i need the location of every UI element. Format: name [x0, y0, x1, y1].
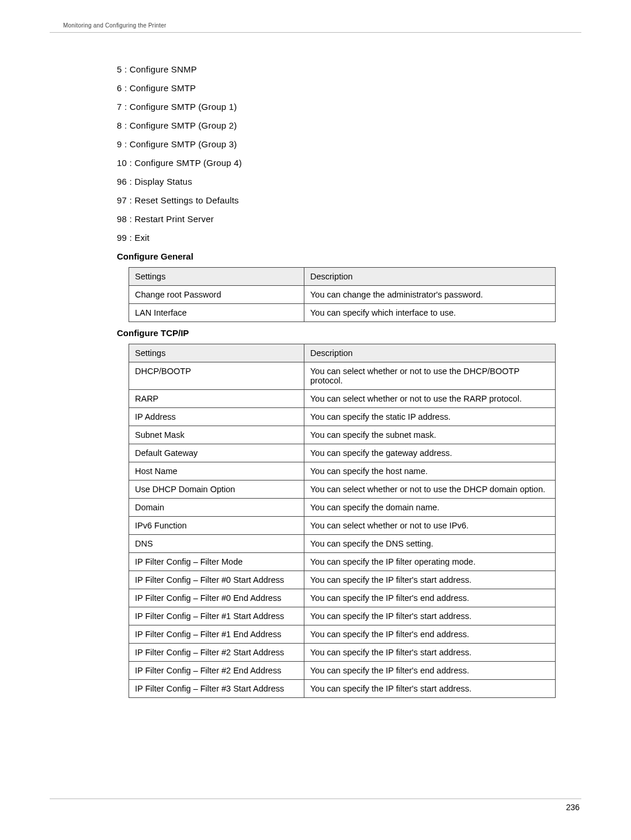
cell-description: You can specify the IP filter's start ad…	[304, 571, 556, 589]
cell-description: You can change the administrator's passw…	[304, 286, 556, 304]
cell-setting: Host Name	[129, 462, 304, 481]
table-header-row: Settings Description	[129, 344, 556, 362]
cell-description: You can select whether or not to use the…	[304, 390, 556, 408]
cell-description: You can specify the IP filter's end addr…	[304, 625, 556, 644]
cell-description: You can specify the static IP address.	[304, 408, 556, 426]
cell-setting: LAN Interface	[129, 304, 304, 322]
cell-setting: Subnet Mask	[129, 426, 304, 444]
table-row: Subnet MaskYou can specify the subnet ma…	[129, 426, 556, 444]
cell-description: You can select whether or not to use IPv…	[304, 517, 556, 535]
menu-item: 97 : Reset Settings to Defaults	[117, 195, 561, 205]
cell-setting: DNS	[129, 535, 304, 553]
menu-item: 98 : Restart Print Server	[117, 214, 561, 224]
cell-setting: IP Address	[129, 408, 304, 426]
cell-description: You can select whether or not to use the…	[304, 481, 556, 499]
col-header-settings: Settings	[129, 268, 304, 286]
menu-list: 5 : Configure SNMP6 : Configure SMTP7 : …	[117, 64, 561, 243]
table-row: IP Filter Config – Filter #1 End Address…	[129, 625, 556, 644]
table-row: IP Filter Config – Filter #2 End Address…	[129, 662, 556, 680]
cell-setting: IP Filter Config – Filter #2 Start Addre…	[129, 644, 304, 662]
cell-setting: IP Filter Config – Filter #2 End Address	[129, 662, 304, 680]
cell-setting: IP Filter Config – Filter #1 End Address	[129, 625, 304, 644]
cell-description: You can specify the host name.	[304, 462, 556, 481]
cell-description: You can specify the IP filter's end addr…	[304, 589, 556, 607]
cell-description: You can specify the domain name.	[304, 499, 556, 517]
table-row: IP AddressYou can specify the static IP …	[129, 408, 556, 426]
cell-setting: IP Filter Config – Filter Mode	[129, 553, 304, 571]
cell-setting: IP Filter Config – Filter #1 Start Addre…	[129, 607, 304, 625]
cell-description: You can specify which interface to use.	[304, 304, 556, 322]
col-header-description: Description	[304, 268, 556, 286]
cell-setting: IPv6 Function	[129, 517, 304, 535]
cell-description: You can specify the IP filter's start ad…	[304, 644, 556, 662]
cell-setting: IP Filter Config – Filter #0 Start Addre…	[129, 571, 304, 589]
cell-setting: DHCP/BOOTP	[129, 362, 304, 390]
table-row: IP Filter Config – Filter #3 Start Addre…	[129, 680, 556, 698]
section-title-tcpip: Configure TCP/IP	[117, 328, 561, 338]
col-header-settings: Settings	[129, 344, 304, 362]
table-row: IP Filter Config – Filter #0 End Address…	[129, 589, 556, 607]
menu-item: 8 : Configure SMTP (Group 2)	[117, 120, 561, 130]
cell-description: You can specify the DNS setting.	[304, 535, 556, 553]
table-row: LAN InterfaceYou can specify which inter…	[129, 304, 556, 322]
table-row: DomainYou can specify the domain name.	[129, 499, 556, 517]
table-row: Default GatewayYou can specify the gatew…	[129, 444, 556, 462]
cell-setting: Use DHCP Domain Option	[129, 481, 304, 499]
footer-rule	[50, 798, 581, 799]
table-header-row: Settings Description	[129, 268, 556, 286]
cell-description: You can specify the IP filter's end addr…	[304, 662, 556, 680]
cell-setting: IP Filter Config – Filter #0 End Address	[129, 589, 304, 607]
cell-description: You can specify the gateway address.	[304, 444, 556, 462]
menu-item: 7 : Configure SMTP (Group 1)	[117, 102, 561, 112]
menu-item: 96 : Display Status	[117, 177, 561, 186]
cell-description: You can specify the subnet mask.	[304, 426, 556, 444]
cell-setting: RARP	[129, 390, 304, 408]
cell-description: You can select whether or not to use the…	[304, 362, 556, 390]
col-header-description: Description	[304, 344, 556, 362]
cell-description: You can specify the IP filter operating …	[304, 553, 556, 571]
cell-description: You can specify the IP filter's start ad…	[304, 680, 556, 698]
table-row: Change root PasswordYou can change the a…	[129, 286, 556, 304]
table-row: DHCP/BOOTPYou can select whether or not …	[129, 362, 556, 390]
table-row: IP Filter Config – Filter #0 Start Addre…	[129, 571, 556, 589]
cell-setting: IP Filter Config – Filter #3 Start Addre…	[129, 680, 304, 698]
menu-item: 5 : Configure SNMP	[117, 64, 561, 74]
table-general: Settings Description Change root Passwor…	[129, 267, 556, 322]
table-tcpip: Settings Description DHCP/BOOTPYou can s…	[129, 344, 556, 698]
cell-setting: Domain	[129, 499, 304, 517]
breadcrumb: Monitoring and Configuring the Printer	[63, 22, 167, 29]
menu-item: 9 : Configure SMTP (Group 3)	[117, 139, 561, 149]
table-row: DNSYou can specify the DNS setting.	[129, 535, 556, 553]
table-row: Host NameYou can specify the host name.	[129, 462, 556, 481]
menu-item: 6 : Configure SMTP	[117, 83, 561, 93]
table-row: RARPYou can select whether or not to use…	[129, 390, 556, 408]
cell-setting: Default Gateway	[129, 444, 304, 462]
table-row: IP Filter Config – Filter #1 Start Addre…	[129, 607, 556, 625]
cell-description: You can specify the IP filter's start ad…	[304, 607, 556, 625]
table-row: IP Filter Config – Filter ModeYou can sp…	[129, 553, 556, 571]
menu-item: 99 : Exit	[117, 233, 561, 243]
header-rule	[50, 32, 581, 33]
table-row: IPv6 FunctionYou can select whether or n…	[129, 517, 556, 535]
table-row: Use DHCP Domain OptionYou can select whe…	[129, 481, 556, 499]
table-row: IP Filter Config – Filter #2 Start Addre…	[129, 644, 556, 662]
menu-item: 10 : Configure SMTP (Group 4)	[117, 158, 561, 168]
section-title-general: Configure General	[117, 251, 561, 261]
cell-setting: Change root Password	[129, 286, 304, 304]
page-number: 236	[566, 803, 580, 812]
